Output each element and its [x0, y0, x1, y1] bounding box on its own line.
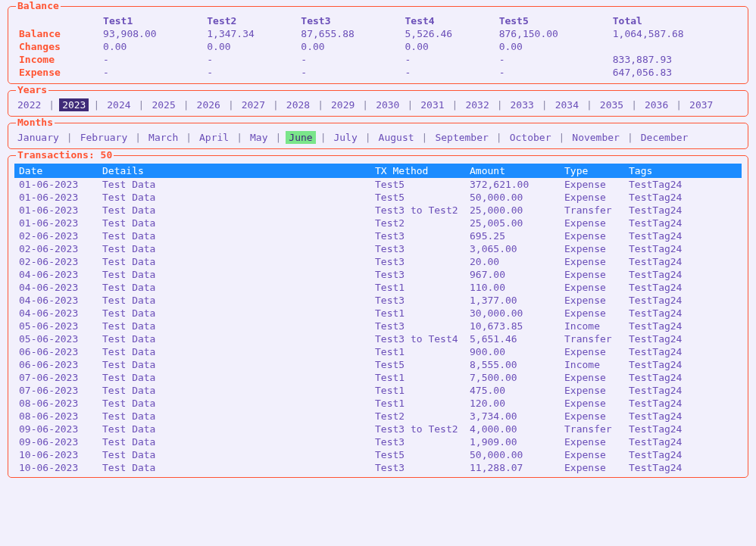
separator: |	[44, 99, 59, 111]
tx-head-amount[interactable]: Amount	[465, 164, 560, 178]
balance-row-label: Balance	[14, 27, 98, 40]
month-item-april[interactable]: April	[196, 131, 232, 144]
table-row[interactable]: 09-06-2023Test DataTest3 to Test24,000.0…	[14, 423, 742, 435]
tx-head-date[interactable]: Date	[14, 164, 98, 178]
table-row[interactable]: 02-06-2023Test DataTest33,065.00ExpenseT…	[14, 242, 742, 255]
separator: |	[134, 99, 149, 111]
table-row[interactable]: 09-06-2023Test DataTest31,909.00ExpenseT…	[14, 435, 742, 448]
table-row[interactable]: 04-06-2023Test DataTest3967.00ExpenseTes…	[14, 268, 742, 281]
month-item-march[interactable]: March	[145, 131, 181, 144]
year-item-2022[interactable]: 2022	[14, 98, 44, 111]
tx-cell-type: Transfer	[560, 332, 624, 345]
month-item-may[interactable]: May	[247, 131, 270, 144]
table-row[interactable]: 05-06-2023Test DataTest3 to Test45,651.4…	[14, 332, 742, 345]
table-row[interactable]: 08-06-2023Test DataTest23,734.00ExpenseT…	[14, 410, 742, 423]
year-item-2023[interactable]: 2023	[59, 98, 89, 111]
tx-cell-method: Test1	[370, 397, 465, 410]
month-item-october[interactable]: October	[507, 131, 555, 144]
table-row[interactable]: 01-06-2023Test DataTest225,005.00Expense…	[14, 217, 742, 229]
table-row[interactable]: 06-06-2023Test DataTest1900.00ExpenseTes…	[14, 345, 742, 358]
year-item-2032[interactable]: 2032	[462, 98, 492, 111]
table-row[interactable]: 05-06-2023Test DataTest310,673.85IncomeT…	[14, 320, 742, 332]
year-item-2031[interactable]: 2031	[417, 98, 447, 111]
tx-cell-amount: 50,000.00	[465, 191, 560, 204]
year-item-2024[interactable]: 2024	[104, 98, 133, 111]
table-row[interactable]: 01-06-2023Test DataTest550,000.00Expense…	[14, 191, 742, 204]
separator: |	[271, 132, 286, 143]
year-item-2025[interactable]: 2025	[148, 98, 178, 111]
year-item-2036[interactable]: 2036	[642, 98, 671, 111]
tx-cell-type: Expense	[560, 229, 624, 242]
month-item-june[interactable]: June	[286, 131, 315, 144]
tx-cell-tags: TestTag24	[624, 268, 742, 281]
table-row[interactable]: 02-06-2023Test DataTest3695.25ExpenseTes…	[14, 229, 742, 242]
tx-cell-date: 04-06-2023	[14, 294, 98, 307]
tx-cell-tags: TestTag24	[624, 307, 742, 320]
tx-head-type[interactable]: Type	[560, 164, 624, 178]
month-item-august[interactable]: August	[376, 131, 417, 144]
table-row[interactable]: 10-06-2023Test DataTest550,000.00Expense…	[14, 448, 742, 461]
tx-cell-amount: 900.00	[465, 345, 560, 358]
tx-cell-date: 10-06-2023	[14, 448, 98, 461]
tx-cell-tags: TestTag24	[624, 397, 742, 410]
table-row[interactable]: 04-06-2023Test DataTest31,377.00ExpenseT…	[14, 294, 742, 307]
tx-cell-type: Expense	[560, 217, 624, 229]
year-item-2028[interactable]: 2028	[283, 98, 313, 111]
tx-cell-type: Expense	[560, 178, 624, 191]
tx-head-method[interactable]: TX Method	[370, 164, 465, 178]
month-item-july[interactable]: July	[330, 131, 360, 144]
table-row[interactable]: 06-06-2023Test DataTest58,555.00IncomeTe…	[14, 358, 742, 371]
year-item-2037[interactable]: 2037	[686, 98, 716, 111]
tx-cell-method: Test1	[370, 371, 465, 384]
month-item-january[interactable]: January	[14, 131, 62, 144]
tx-cell-amount: 372,621.00	[465, 178, 560, 191]
tx-cell-details: Test Data	[98, 345, 370, 358]
tx-cell-type: Expense	[560, 371, 624, 384]
tx-cell-amount: 25,005.00	[465, 217, 560, 229]
tx-cell-amount: 3,734.00	[465, 410, 560, 423]
month-item-february[interactable]: February	[77, 131, 131, 144]
month-item-september[interactable]: September	[432, 131, 491, 144]
year-item-2027[interactable]: 2027	[239, 98, 268, 111]
year-item-2029[interactable]: 2029	[328, 98, 358, 111]
year-item-2030[interactable]: 2030	[373, 98, 402, 111]
tx-cell-type: Expense	[560, 345, 624, 358]
balance-row-label: Changes	[14, 40, 98, 53]
tx-cell-tags: TestTag24	[624, 448, 742, 461]
tx-cell-date: 05-06-2023	[14, 320, 98, 332]
balance-row: Balance93,908.001,347.3487,655.885,526.4…	[14, 27, 742, 40]
month-item-november[interactable]: November	[569, 131, 623, 144]
tx-cell-type: Expense	[560, 397, 624, 410]
tx-head-details[interactable]: Details	[98, 164, 370, 178]
tx-cell-type: Expense	[560, 435, 624, 448]
separator: |	[313, 99, 328, 111]
tx-cell-type: Expense	[560, 461, 624, 474]
tx-cell-method: Test5	[370, 358, 465, 371]
separator: |	[448, 99, 463, 111]
table-row[interactable]: 10-06-2023Test DataTest311,288.07Expense…	[14, 461, 742, 474]
table-row[interactable]: 07-06-2023Test DataTest17,500.00ExpenseT…	[14, 371, 742, 384]
tx-cell-method: Test1	[370, 281, 465, 294]
table-row[interactable]: 04-06-2023Test DataTest130,000.00Expense…	[14, 307, 742, 320]
separator: |	[62, 132, 77, 143]
table-row[interactable]: 07-06-2023Test DataTest1475.00ExpenseTes…	[14, 384, 742, 397]
tx-cell-tags: TestTag24	[624, 423, 742, 435]
transactions-table: Date Details TX Method Amount Type Tags …	[14, 164, 742, 474]
separator: |	[417, 132, 433, 143]
table-row[interactable]: 01-06-2023Test DataTest3 to Test225,000.…	[14, 204, 742, 217]
balance-cell: -	[296, 66, 400, 79]
tx-cell-tags: TestTag24	[624, 371, 742, 384]
tx-cell-type: Expense	[560, 307, 624, 320]
year-item-2033[interactable]: 2033	[508, 98, 537, 111]
month-item-december[interactable]: December	[638, 131, 692, 144]
table-row[interactable]: 04-06-2023Test DataTest1110.00ExpenseTes…	[14, 281, 742, 294]
table-row[interactable]: 08-06-2023Test DataTest1120.00ExpenseTes…	[14, 397, 742, 410]
tx-cell-amount: 8,555.00	[465, 358, 560, 371]
table-row[interactable]: 01-06-2023Test DataTest5372,621.00Expens…	[14, 178, 742, 191]
year-item-2026[interactable]: 2026	[194, 98, 223, 111]
tx-head-tags[interactable]: Tags	[624, 164, 742, 178]
year-item-2035[interactable]: 2035	[597, 98, 626, 111]
year-item-2034[interactable]: 2034	[552, 98, 582, 111]
table-row[interactable]: 02-06-2023Test DataTest320.00ExpenseTest…	[14, 255, 742, 268]
tx-cell-amount: 967.00	[465, 268, 560, 281]
